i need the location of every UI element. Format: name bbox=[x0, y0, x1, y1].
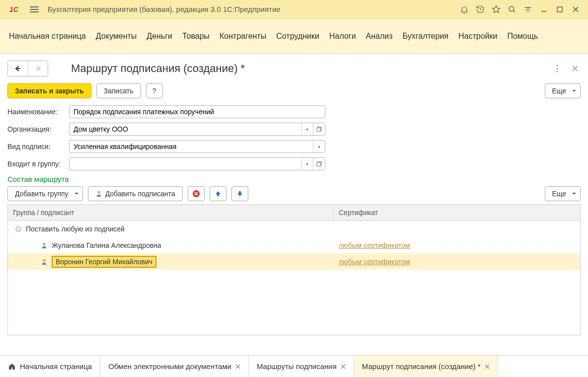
collapse-icon[interactable] bbox=[15, 226, 22, 232]
table-command-bar: Добавить группу Добавить подписанта Еще bbox=[7, 186, 581, 201]
menu-item[interactable]: Начальная страница bbox=[5, 27, 90, 46]
name-label: Наименование: bbox=[7, 108, 66, 116]
menu-item[interactable]: Контрагенты bbox=[216, 27, 270, 46]
group-input[interactable] bbox=[70, 158, 301, 170]
more-actions-icon[interactable] bbox=[552, 63, 563, 74]
nav-back-button[interactable] bbox=[8, 61, 28, 76]
svg-point-4 bbox=[556, 71, 558, 72]
bottom-tabs: Начальная страница Обмен электронными до… bbox=[0, 355, 588, 377]
close-tab-icon[interactable] bbox=[341, 364, 346, 369]
save-and-close-button[interactable]: Записать и закрыть bbox=[7, 83, 91, 98]
table-row[interactable]: Воронин Георгий Михайлович любым сертифи… bbox=[8, 253, 580, 270]
minimize-icon[interactable] bbox=[536, 2, 551, 17]
dropdown-icon[interactable]: ▾ bbox=[313, 141, 325, 152]
table-row-group[interactable]: Поставить любую из подписей bbox=[8, 221, 580, 237]
page-header: Маршрут подписания (создание) * bbox=[7, 57, 581, 83]
col-group-signer[interactable]: Группа / подписант bbox=[8, 205, 334, 220]
more-button[interactable]: Еще bbox=[545, 83, 581, 98]
col-certificate[interactable]: Сертификат bbox=[334, 205, 580, 220]
save-button[interactable]: Записать bbox=[96, 83, 141, 98]
table-header: Группа / подписант Сертификат bbox=[8, 205, 580, 221]
add-group-button[interactable]: Добавить группу bbox=[7, 186, 83, 201]
svg-point-10 bbox=[43, 242, 46, 245]
svg-point-2 bbox=[556, 65, 558, 66]
group-label: Входит в группу: bbox=[7, 160, 66, 168]
person-icon bbox=[41, 258, 48, 265]
svg-point-0 bbox=[509, 6, 514, 11]
nav-forward-button bbox=[28, 61, 48, 76]
command-bar: Записать и закрыть Записать ? Еще bbox=[7, 83, 581, 105]
nav-buttons bbox=[7, 61, 48, 76]
menu-item[interactable]: Помощь bbox=[503, 27, 542, 46]
help-button[interactable]: ? bbox=[146, 83, 163, 98]
search-icon[interactable] bbox=[505, 2, 519, 17]
cert-link[interactable]: любым сертификатом bbox=[339, 258, 410, 266]
move-down-button[interactable] bbox=[231, 186, 248, 201]
org-input[interactable] bbox=[70, 123, 301, 135]
menu-item[interactable]: Настройки bbox=[454, 27, 501, 46]
menu-item[interactable]: Бухгалтерия bbox=[399, 27, 452, 46]
filter-icon[interactable] bbox=[520, 2, 535, 17]
signer-name: Воронин Георгий Михайлович bbox=[52, 256, 156, 268]
menu-item[interactable]: Документы bbox=[92, 27, 141, 46]
cert-link[interactable]: любым сертификатом bbox=[339, 241, 410, 249]
close-window-icon[interactable] bbox=[568, 2, 583, 17]
star-icon[interactable] bbox=[489, 2, 504, 17]
group-text: Поставить любую из подписей bbox=[26, 225, 125, 233]
tab-item[interactable]: Маршрут подписания (создание) * bbox=[354, 356, 498, 377]
open-ref-icon[interactable] bbox=[313, 123, 325, 135]
org-label: Организация: bbox=[7, 125, 66, 133]
home-icon bbox=[8, 363, 16, 371]
titlebar: 1C Бухгалтерия предприятия (базовая), ре… bbox=[0, 0, 588, 19]
window-title: Бухгалтерия предприятия (базовая), редак… bbox=[44, 5, 453, 13]
table-more-button[interactable]: Еще bbox=[545, 186, 581, 201]
signer-name: Жуланова Галина Александровна bbox=[52, 241, 161, 249]
dropdown-icon[interactable]: ▾ bbox=[301, 158, 313, 170]
history-icon[interactable] bbox=[473, 2, 488, 17]
section-title: Состав маршрута bbox=[7, 175, 581, 183]
svg-point-3 bbox=[556, 68, 558, 69]
close-page-icon[interactable] bbox=[570, 63, 581, 74]
open-ref-icon[interactable] bbox=[313, 158, 325, 170]
name-input[interactable] bbox=[70, 106, 325, 118]
page-title: Маршрут подписания (создание) * bbox=[53, 62, 547, 75]
add-signer-label: Добавить подписанта bbox=[105, 190, 175, 198]
maximize-icon[interactable] bbox=[552, 2, 567, 17]
move-up-button[interactable] bbox=[210, 186, 226, 201]
svg-rect-5 bbox=[317, 128, 320, 131]
menu-item[interactable]: Сотрудники bbox=[272, 27, 323, 46]
svg-point-11 bbox=[43, 259, 46, 261]
menu-item[interactable]: Анализ bbox=[362, 27, 397, 46]
close-tab-icon[interactable] bbox=[485, 364, 490, 369]
add-signer-button[interactable]: Добавить подписанта bbox=[88, 186, 183, 201]
menu-item[interactable]: Товары bbox=[178, 27, 214, 46]
tab-label: Маршруты подписания bbox=[257, 362, 337, 371]
signers-table: Группа / подписант Сертификат Поставить … bbox=[7, 204, 581, 335]
tab-home[interactable]: Начальная страница bbox=[0, 356, 100, 377]
close-tab-icon[interactable] bbox=[235, 364, 240, 369]
svg-point-7 bbox=[97, 191, 100, 194]
person-icon bbox=[95, 190, 102, 197]
content: Маршрут подписания (создание) * Записать… bbox=[0, 54, 588, 351]
app-logo: 1C bbox=[3, 3, 25, 16]
svg-rect-1 bbox=[557, 7, 562, 12]
sig-type-input[interactable] bbox=[70, 141, 313, 152]
svg-rect-6 bbox=[317, 162, 320, 166]
tab-label: Маршрут подписания (создание) * bbox=[362, 362, 481, 371]
main-menu: Начальная страница Документы Деньги Това… bbox=[0, 19, 588, 54]
menu-item[interactable]: Деньги bbox=[143, 27, 176, 46]
person-icon bbox=[41, 242, 48, 249]
delete-button[interactable] bbox=[188, 186, 205, 201]
tab-label: Обмен электронными документами bbox=[108, 362, 231, 371]
sig-type-label: Вид подписи: bbox=[7, 143, 66, 151]
dropdown-icon[interactable]: ▾ bbox=[301, 123, 313, 135]
tab-item[interactable]: Обмен электронными документами bbox=[100, 356, 249, 377]
menu-item[interactable]: Налоги bbox=[325, 27, 360, 46]
tab-item[interactable]: Маршруты подписания bbox=[249, 356, 354, 377]
table-row[interactable]: Жуланова Галина Александровна любым серт… bbox=[8, 237, 580, 253]
menu-toggle[interactable] bbox=[29, 4, 40, 15]
bell-icon[interactable] bbox=[457, 2, 472, 17]
tab-label: Начальная страница bbox=[20, 362, 92, 371]
